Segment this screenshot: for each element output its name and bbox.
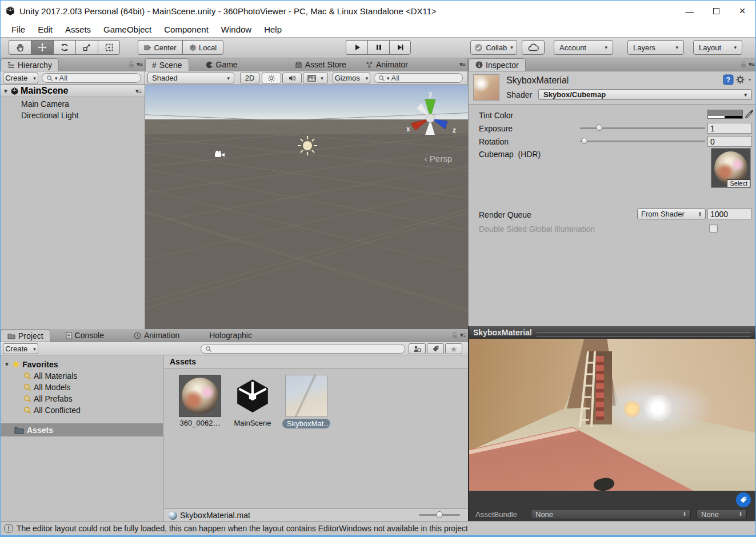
panel-menu-icon[interactable]: ▾≡: [460, 331, 466, 339]
unity-scene-icon: [10, 87, 19, 95]
expand-triangle-icon[interactable]: ▼: [4, 361, 10, 367]
gizmos-dropdown[interactable]: Gizmos ▾: [333, 73, 370, 83]
effects-dropdown-button[interactable]: ▾: [303, 73, 328, 83]
hand-tool-button[interactable]: [9, 40, 31, 55]
maximize-button[interactable]: [703, 1, 729, 21]
rotation-slider[interactable]: [580, 138, 705, 145]
directional-light-gizmo[interactable]: [296, 134, 319, 157]
rotation-value-field[interactable]: 0: [707, 136, 752, 147]
asset-skybox-material[interactable]: SkyboxMat…: [282, 375, 331, 428]
pause-button[interactable]: [367, 40, 389, 55]
tab-scene[interactable]: # Scene: [145, 58, 189, 71]
step-button[interactable]: [389, 40, 411, 55]
help-button[interactable]: ?: [723, 74, 734, 87]
menu-edit[interactable]: Edit: [31, 25, 59, 34]
gear-menu-button[interactable]: ▾: [735, 75, 751, 85]
exposure-value-field[interactable]: 1: [707, 123, 752, 134]
assetbundle-dropdown[interactable]: None ▲▼: [531, 509, 691, 519]
render-queue-value-field[interactable]: 1000: [707, 209, 752, 219]
layout-dropdown[interactable]: Layout ▾: [693, 40, 742, 55]
audio-toggle-button[interactable]: [282, 73, 302, 83]
favorite-all-models[interactable]: All Models: [23, 383, 71, 392]
panel-menu-icon[interactable]: ▾≡: [459, 61, 465, 68]
cloud-button[interactable]: [522, 40, 545, 55]
panel-menu-icon[interactable]: ▾≡: [749, 61, 754, 68]
assets-folder-row[interactable]: Assets: [1, 423, 163, 436]
scale-tool-button[interactable]: [75, 40, 98, 55]
lighting-toggle-button[interactable]: [262, 73, 281, 83]
menu-component[interactable]: Component: [158, 25, 215, 34]
asset-360-photo[interactable]: 360_0062…: [175, 375, 225, 427]
favorite-all-prefabs[interactable]: All Prefabs: [23, 394, 73, 403]
panel-menu-icon[interactable]: ▾≡: [137, 61, 142, 68]
cubemap-select-button[interactable]: Select: [727, 179, 750, 187]
tab-inspector[interactable]: i Inspector: [469, 58, 526, 71]
hierarchy-item-main-camera[interactable]: Main Camera: [21, 99, 69, 109]
scene-viewport[interactable]: y x z ‹ Persp: [145, 85, 468, 329]
tab-game[interactable]: Game: [199, 58, 244, 71]
tab-animator[interactable]: Animator: [359, 58, 414, 71]
move-tool-button[interactable]: [31, 40, 53, 55]
rotate-tool-button[interactable]: [53, 40, 75, 55]
asset-mainscene[interactable]: MainScene: [228, 375, 277, 427]
preview-header[interactable]: SkyboxMaterial: [469, 326, 756, 339]
tab-animation[interactable]: Animation: [127, 329, 186, 342]
favorite-all-materials[interactable]: All Materials: [23, 371, 77, 380]
tab-holographic[interactable]: Holographic: [203, 329, 258, 342]
shading-mode-dropdown[interactable]: Shaded ▾: [147, 73, 234, 83]
double-sided-gi-checkbox[interactable]: [709, 224, 718, 233]
lock-icon[interactable]: [129, 61, 134, 68]
cubemap-thumbnail[interactable]: Select: [711, 148, 751, 188]
menu-gameobject[interactable]: GameObject: [97, 25, 158, 34]
2d-toggle-button[interactable]: 2D: [240, 73, 259, 83]
tab-console[interactable]: Console: [59, 329, 110, 342]
menu-assets[interactable]: Assets: [59, 25, 97, 34]
tab-project[interactable]: Project: [1, 329, 50, 342]
tint-color-swatch[interactable]: [707, 110, 743, 119]
exposure-slider[interactable]: [580, 125, 705, 132]
close-button[interactable]: ×: [729, 1, 755, 21]
shader-dropdown[interactable]: Skybox/Cubemap ▾: [538, 89, 752, 100]
layers-dropdown[interactable]: Layers ▾: [627, 40, 684, 55]
scene-row-menu-icon[interactable]: ▾≡: [135, 87, 141, 95]
tab-asset-store[interactable]: Asset Store: [289, 58, 353, 71]
space-toggle-button[interactable]: Local: [182, 40, 223, 55]
perspective-toggle[interactable]: ‹ Persp: [425, 154, 452, 163]
thumbnail-zoom-slider[interactable]: [419, 514, 460, 516]
hierarchy-search-input[interactable]: ▾ All: [42, 73, 141, 83]
project-search-input[interactable]: [201, 344, 405, 354]
project-create-button[interactable]: Create ▾: [3, 343, 38, 354]
camera-gizmo[interactable]: [214, 150, 226, 158]
material-360-preview[interactable]: [469, 339, 756, 491]
menu-file[interactable]: File: [5, 25, 31, 34]
minimize-button[interactable]: —: [677, 1, 703, 21]
lock-icon[interactable]: [741, 61, 746, 68]
account-dropdown[interactable]: Account ▾: [554, 40, 613, 55]
favorite-all-conflicted[interactable]: All Conflicted: [23, 406, 81, 415]
hierarchy-item-directional-light[interactable]: Directional Light: [21, 111, 78, 120]
pivot-toggle-button[interactable]: Center: [138, 40, 182, 55]
tab-hierarchy[interactable]: Hierarchy: [1, 58, 59, 71]
asset-labels-button[interactable]: [736, 492, 751, 507]
hierarchy-create-button[interactable]: Create ▾: [3, 73, 38, 83]
scene-search-input[interactable]: ▾ All: [374, 73, 463, 83]
axis-orientation-gizmo[interactable]: y x z: [402, 88, 459, 148]
search-by-type-button[interactable]: [409, 343, 426, 354]
eyedropper-icon[interactable]: [745, 109, 754, 119]
save-search-button[interactable]: ★: [445, 343, 462, 354]
render-queue-dropdown[interactable]: From Shader ▲▼: [637, 209, 706, 219]
menu-window[interactable]: Window: [215, 25, 258, 34]
hierarchy-root-mainscene[interactable]: ▼ MainScene ▾≡: [1, 85, 145, 97]
favorites-root[interactable]: ▼ ★ Favorites: [4, 359, 58, 370]
material-thumbnail[interactable]: [473, 74, 499, 101]
assetbundle-variant-dropdown[interactable]: None ▲▼: [697, 509, 747, 519]
collab-button[interactable]: Collab ▾: [470, 40, 517, 55]
render-queue-label: Render Queue: [479, 210, 531, 219]
expand-triangle-icon[interactable]: ▼: [3, 88, 9, 94]
menu-help[interactable]: Help: [258, 25, 288, 34]
play-button[interactable]: [346, 40, 367, 55]
rect-tool-button[interactable]: [98, 40, 120, 55]
lock-icon[interactable]: [452, 332, 458, 339]
status-bar[interactable]: ! The editor layout could not be fully l…: [1, 521, 755, 535]
search-by-label-button[interactable]: [427, 343, 444, 354]
